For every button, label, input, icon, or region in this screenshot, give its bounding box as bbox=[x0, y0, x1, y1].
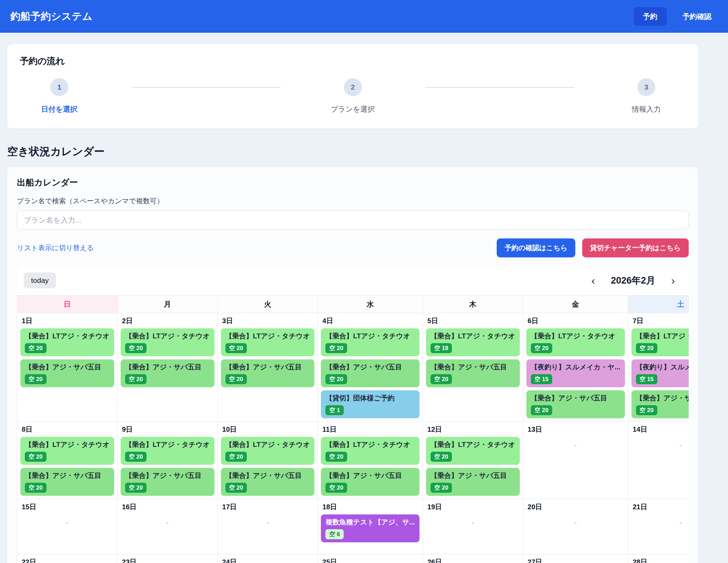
day-cell-24日[interactable]: 24日- bbox=[218, 554, 318, 563]
day-cell-14日[interactable]: 14日- bbox=[628, 422, 689, 499]
availability-badge: 空 20 bbox=[125, 374, 147, 384]
day-header-fri: 金 bbox=[523, 296, 628, 313]
next-month-icon[interactable]: › bbox=[669, 275, 677, 286]
availability-badge: 空 20 bbox=[636, 405, 658, 415]
calendar-event[interactable]: 【貸切】団体様ご予約空 1 bbox=[321, 390, 419, 418]
day-cell-6日[interactable]: 6日【乗合】LTアジ・タチウオ空 20【夜釣り】スルメイカ・ヤ...空 15【乗… bbox=[523, 313, 628, 422]
day-cell-15日[interactable]: 15日- bbox=[17, 499, 118, 554]
calendar-event[interactable]: 【乗合】アジ・サバ五目空 20 bbox=[221, 359, 315, 387]
availability-badge: 空 20 bbox=[325, 483, 347, 493]
day-cell-3日[interactable]: 3日【乗合】LTアジ・タチウオ空 20【乗合】アジ・サバ五目空 20 bbox=[218, 313, 318, 422]
day-cell-7日[interactable]: 7日【乗合】LTアジ・タチウオ空 20【夜釣り】スルメイカ・ヤ...空 15【乗… bbox=[628, 313, 689, 422]
day-cell-5日[interactable]: 5日【乗合】LTアジ・タチウオ空 18【乗合】アジ・サバ五目空 20 bbox=[423, 313, 523, 422]
nav-confirm-link[interactable]: 予約確認 bbox=[682, 12, 711, 21]
event-title: 【乗合】LTアジ・タチウオ bbox=[636, 331, 689, 341]
calendar-event[interactable]: 【乗合】LTアジ・タチウオ空 18 bbox=[426, 328, 520, 356]
calendar-event[interactable]: 【乗合】アジ・サバ五目空 20 bbox=[121, 359, 214, 387]
calendar-event[interactable]: 【夜釣り】スルメイカ・ヤ...空 15 bbox=[631, 359, 689, 387]
day-cell-18日[interactable]: 18日複数魚種テスト【アジ、サ...空 6 bbox=[318, 499, 423, 554]
calendar-event[interactable]: 【乗合】アジ・サバ五目空 20 bbox=[526, 390, 625, 418]
day-cell-2日[interactable]: 2日【乗合】LTアジ・タチウオ空 20【乗合】アジ・サバ五目空 20 bbox=[118, 313, 218, 422]
availability-badge: 空 20 bbox=[25, 343, 47, 353]
calendar-event[interactable]: 複数魚種テスト【アジ、サ...空 6 bbox=[321, 514, 419, 542]
day-header-sat: 土 bbox=[628, 296, 689, 313]
calendar-toolbar: today ‹ 2026年2月 › bbox=[17, 266, 689, 294]
day-cell-9日[interactable]: 9日【乗合】LTアジ・タチウオ空 20【乗合】アジ・サバ五目空 20 bbox=[118, 422, 218, 499]
day-header-wed: 水 bbox=[318, 296, 423, 313]
calendar-event[interactable]: 【乗合】LTアジ・タチウオ空 20 bbox=[321, 437, 419, 465]
calendar-event[interactable]: 【乗合】LTアジ・タチウオ空 20 bbox=[121, 437, 214, 465]
calendar-event[interactable]: 【乗合】アジ・サバ五目空 20 bbox=[121, 468, 214, 496]
reservation-confirm-button[interactable]: 予約の確認はこちら bbox=[497, 238, 575, 257]
day-cell-8日[interactable]: 8日【乗合】LTアジ・タチウオ空 20【乗合】アジ・サバ五目空 20 bbox=[17, 422, 118, 499]
day-cell-26日[interactable]: 26日貸切プラン空 8 bbox=[423, 554, 523, 563]
calendar-event[interactable]: 【乗合】LTアジ・タチウオ空 20 bbox=[20, 437, 114, 465]
calendar-event[interactable]: 【乗合】LTアジ・タチウオ空 20 bbox=[221, 437, 315, 465]
calendar-event[interactable]: 【乗合】アジ・サバ五目空 20 bbox=[426, 468, 520, 496]
day-cell-10日[interactable]: 10日【乗合】LTアジ・タチウオ空 20【乗合】アジ・サバ五目空 20 bbox=[218, 422, 318, 499]
event-title: 【乗合】アジ・サバ五目 bbox=[125, 471, 210, 480]
calendar-event[interactable]: 【乗合】LTアジ・タチウオ空 20 bbox=[121, 328, 214, 356]
charter-reservation-button[interactable]: 貸切チャーター予約はこちら bbox=[582, 238, 689, 257]
calendar-event[interactable]: 【乗合】アジ・サバ五目空 20 bbox=[321, 359, 419, 387]
calendar-event[interactable]: 【乗合】アジ・サバ五目空 20 bbox=[631, 390, 689, 418]
calendar-event[interactable]: 【乗合】アジ・サバ五目空 20 bbox=[221, 468, 315, 496]
reservation-flow-card: 予約の流れ 1日付を選択2プランを選択3情報入力 bbox=[7, 44, 698, 129]
day-cell-20日[interactable]: 20日- bbox=[523, 499, 628, 554]
event-title: 【乗合】LTアジ・タチウオ bbox=[25, 331, 110, 341]
availability-badge: 空 20 bbox=[531, 405, 553, 415]
day-cell-25日[interactable]: 25日- bbox=[318, 554, 423, 563]
today-button[interactable]: today bbox=[24, 273, 56, 288]
calendar-event[interactable]: 【乗合】LTアジ・タチウオ空 20 bbox=[631, 328, 689, 356]
day-cell-16日[interactable]: 16日- bbox=[118, 499, 218, 554]
prev-month-icon[interactable]: ‹ bbox=[589, 275, 597, 286]
calendar-month-title: 2026年2月 bbox=[611, 274, 655, 287]
day-cell-17日[interactable]: 17日- bbox=[218, 499, 318, 554]
availability-badge: 空 18 bbox=[431, 343, 452, 353]
day-number: 25日 bbox=[318, 554, 422, 563]
day-cell-22日[interactable]: 22日- bbox=[17, 554, 118, 563]
event-title: 【貸切】団体様ご予約 bbox=[325, 393, 415, 403]
day-number: 1日 bbox=[17, 313, 117, 327]
day-cell-13日[interactable]: 13日- bbox=[523, 422, 628, 499]
day-number: 6日 bbox=[523, 313, 628, 327]
day-cell-4日[interactable]: 4日【乗合】LTアジ・タチウオ空 20【乗合】アジ・サバ五目空 20【貸切】団体… bbox=[318, 313, 423, 422]
page-content: 予約の流れ 1日付を選択2プランを選択3情報入力 空き状況カレンダー 出船カレン… bbox=[7, 44, 698, 563]
day-cell-12日[interactable]: 12日【乗合】LTアジ・タチウオ空 20【乗合】アジ・サバ五目空 20 bbox=[423, 422, 523, 499]
calendar-event[interactable]: 【乗合】LTアジ・タチウオ空 20 bbox=[321, 328, 419, 356]
app-header: 釣船予約システム 予約 予約確認 bbox=[0, 0, 728, 33]
event-title: 【乗合】LTアジ・タチウオ bbox=[325, 440, 415, 449]
calendar-event[interactable]: 【乗合】LTアジ・タチウオ空 20 bbox=[526, 328, 625, 356]
day-number: 9日 bbox=[118, 422, 218, 436]
nav-reserve-button[interactable]: 予約 bbox=[634, 7, 667, 26]
step-number-circle: 2 bbox=[344, 78, 362, 96]
calendar-event[interactable]: 【乗合】アジ・サバ五目空 20 bbox=[20, 359, 114, 387]
step-connector-line bbox=[425, 87, 574, 88]
day-cell-19日[interactable]: 19日- bbox=[423, 499, 523, 554]
day-cell-28日[interactable]: 28日- bbox=[628, 554, 689, 563]
list-view-toggle-link[interactable]: リスト表示に切り替える bbox=[17, 243, 94, 253]
day-cell-23日[interactable]: 23日- bbox=[118, 554, 218, 563]
availability-badge: 空 20 bbox=[325, 374, 347, 384]
day-number: 12日 bbox=[423, 422, 523, 436]
day-cell-21日[interactable]: 21日- bbox=[628, 499, 689, 554]
empty-day-placeholder: - bbox=[523, 519, 628, 527]
calendar-event[interactable]: 【乗合】アジ・サバ五目空 20 bbox=[426, 359, 520, 387]
calendar-event[interactable]: 【夜釣り】スルメイカ・ヤ...空 15 bbox=[526, 359, 625, 387]
day-number: 3日 bbox=[218, 313, 318, 327]
day-cell-1日[interactable]: 1日【乗合】LTアジ・タチウオ空 20【乗合】アジ・サバ五目空 20 bbox=[17, 313, 118, 422]
calendar-event[interactable]: 【乗合】アジ・サバ五目空 20 bbox=[20, 468, 114, 496]
day-cell-27日[interactable]: 27日- bbox=[523, 554, 628, 563]
calendar-event[interactable]: 【乗合】LTアジ・タチウオ空 20 bbox=[221, 328, 315, 356]
event-title: 【乗合】LTアジ・タチウオ bbox=[531, 331, 620, 341]
plan-search-input[interactable] bbox=[17, 211, 689, 229]
availability-badge: 空 20 bbox=[225, 452, 247, 462]
day-number: 11日 bbox=[318, 422, 422, 436]
calendar-event[interactable]: 【乗合】LTアジ・タチウオ空 20 bbox=[426, 437, 520, 465]
calendar-event[interactable]: 【乗合】アジ・サバ五目空 20 bbox=[321, 468, 419, 496]
event-title: 【乗合】LTアジ・タチウオ bbox=[431, 331, 515, 341]
calendar-event[interactable]: 【乗合】LTアジ・タチウオ空 20 bbox=[20, 328, 114, 356]
day-header-tue: 火 bbox=[218, 296, 318, 313]
calendar-grid: 日月火水木金土1日【乗合】LTアジ・タチウオ空 20【乗合】アジ・サバ五目空 2… bbox=[17, 295, 689, 563]
day-cell-11日[interactable]: 11日【乗合】LTアジ・タチウオ空 20【乗合】アジ・サバ五目空 20 bbox=[318, 422, 423, 499]
